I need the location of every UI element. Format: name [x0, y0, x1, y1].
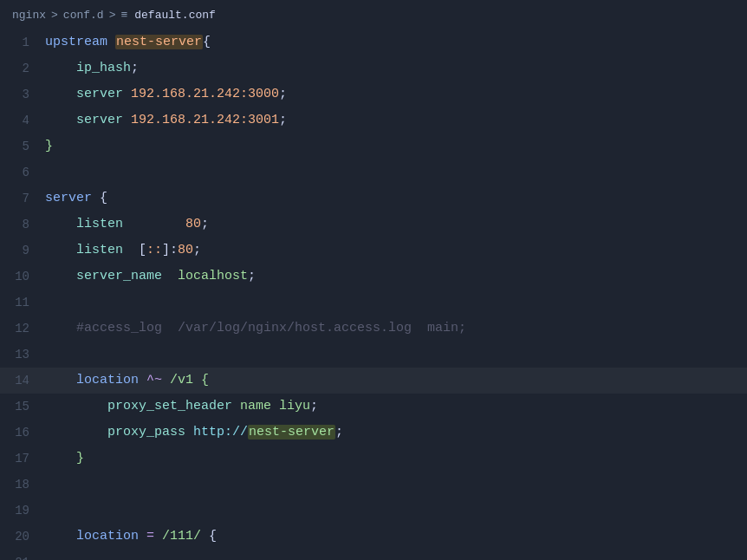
line-content-21	[42, 550, 53, 560]
line-content-3: server 192.168.21.242:3000;	[42, 81, 287, 107]
breadcrumb-part-confd: conf.d	[63, 9, 104, 22]
code-line-14: 14 location ^~ /v1 {	[0, 368, 747, 394]
code-line-12: 12 #access_log /var/log/nginx/host.acces…	[0, 316, 747, 342]
editor-window: nginx > conf.d > ≡ default.conf 1 upstre…	[0, 0, 747, 560]
line-content-1: upstream nest-server{	[42, 29, 211, 55]
line-number-19: 19	[0, 498, 42, 524]
code-line-20: 20 location = /111/ {	[0, 524, 747, 550]
line-number-4: 4	[0, 107, 42, 133]
line-content-10: server_name localhost;	[42, 264, 256, 290]
line-number-14: 14	[0, 368, 42, 394]
breadcrumb-part-nginx: nginx	[12, 9, 46, 22]
line-number-3: 3	[0, 81, 42, 107]
line-content-19	[42, 498, 53, 524]
line-content-14: location ^~ /v1 {	[42, 368, 209, 394]
code-line-13: 13	[0, 342, 747, 368]
breadcrumb-active-file: default.conf	[134, 9, 216, 22]
line-number-17: 17	[0, 446, 42, 472]
code-line-10: 10 server_name localhost;	[0, 264, 747, 290]
code-line-19: 19	[0, 498, 747, 524]
line-content-20: location = /111/ {	[42, 524, 217, 550]
line-number-6: 6	[0, 160, 42, 186]
line-number-18: 18	[0, 472, 42, 498]
line-number-21: 21	[0, 550, 42, 560]
breadcrumb: nginx > conf.d > ≡ default.conf	[0, 0, 747, 29]
line-content-16: proxy_pass http://nest-server;	[42, 420, 343, 446]
code-line-3: 3 server 192.168.21.242:3000;	[0, 81, 747, 107]
line-number-11: 11	[0, 290, 42, 316]
line-number-16: 16	[0, 420, 42, 446]
code-line-16: 16 proxy_pass http://nest-server;	[0, 420, 747, 446]
code-line-11: 11	[0, 290, 747, 316]
line-content-12: #access_log /var/log/nginx/host.access.l…	[42, 316, 466, 342]
line-content-5: }	[42, 133, 53, 160]
code-line-7: 7 server {	[0, 186, 747, 212]
line-number-10: 10	[0, 264, 42, 290]
line-content-17: }	[42, 446, 84, 472]
line-content-2: ip_hash;	[42, 55, 139, 81]
breadcrumb-sep-1: >	[51, 9, 58, 22]
line-content-11	[42, 290, 53, 316]
line-content-18	[42, 472, 53, 498]
code-line-21: 21	[0, 550, 747, 560]
line-content-7: server {	[42, 186, 107, 212]
line-content-8: listen 80;	[42, 212, 209, 238]
line-number-8: 8	[0, 212, 42, 238]
code-line-15: 15 proxy_set_header name liyu;	[0, 394, 747, 420]
code-line-18: 18	[0, 472, 747, 498]
line-number-20: 20	[0, 524, 42, 550]
code-line-17: 17 }	[0, 446, 747, 472]
code-editor[interactable]: 1 upstream nest-server{ 2 ip_hash; 3 ser…	[0, 29, 747, 560]
line-content-15: proxy_set_header name liyu;	[42, 394, 318, 420]
line-content-6	[42, 160, 53, 186]
file-icon: ≡	[120, 9, 127, 22]
code-line-6: 6	[0, 160, 747, 186]
line-content-4: server 192.168.21.242:3001;	[42, 107, 287, 133]
line-number-15: 15	[0, 394, 42, 420]
line-number-1: 1	[0, 29, 42, 55]
line-number-7: 7	[0, 186, 42, 212]
code-line-8: 8 listen 80;	[0, 212, 747, 238]
code-line-2: 2 ip_hash;	[0, 55, 747, 81]
line-number-2: 2	[0, 55, 42, 81]
line-content-9: listen [::]:80;	[42, 238, 201, 264]
line-number-13: 13	[0, 342, 42, 368]
line-number-5: 5	[0, 133, 42, 160]
breadcrumb-sep-2: >	[109, 9, 116, 22]
code-line-1: 1 upstream nest-server{	[0, 29, 747, 55]
code-line-9: 9 listen [::]:80;	[0, 238, 747, 264]
line-content-13	[42, 342, 53, 368]
code-line-5: 5 }	[0, 133, 747, 160]
code-line-4: 4 server 192.168.21.242:3001;	[0, 107, 747, 133]
line-number-9: 9	[0, 238, 42, 264]
line-number-12: 12	[0, 316, 42, 342]
